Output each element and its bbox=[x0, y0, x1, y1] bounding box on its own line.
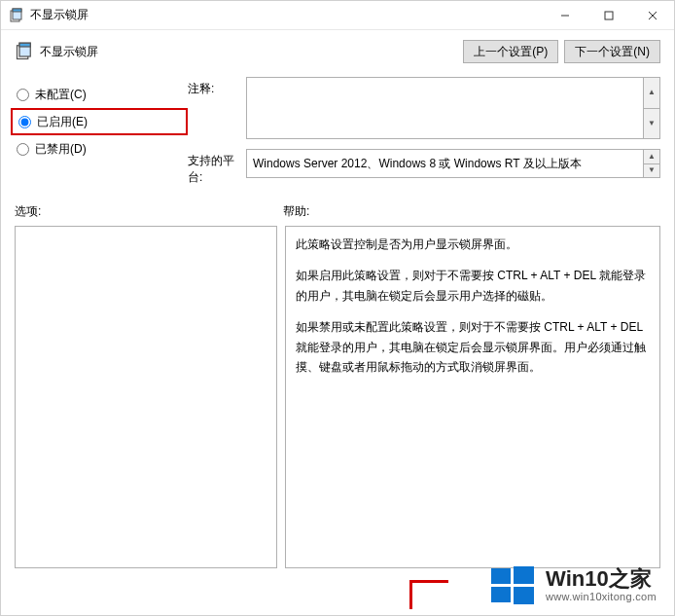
watermark-brand: Win10之家 bbox=[546, 567, 657, 591]
comment-spin-down[interactable]: ▼ bbox=[643, 108, 659, 139]
help-p2: 如果启用此策略设置，则对于不需要按 CTRL + ALT + DEL 就能登录的… bbox=[296, 266, 650, 306]
comment-spin: ▲ ▼ bbox=[643, 78, 659, 138]
options-label: 选项: bbox=[15, 203, 283, 220]
svg-rect-9 bbox=[19, 43, 30, 47]
window-title: 不显示锁屏 bbox=[30, 7, 89, 23]
comment-label: 注释: bbox=[188, 77, 246, 97]
radio-disabled-input[interactable] bbox=[17, 143, 29, 156]
radio-not-configured[interactable]: 未配置(C) bbox=[15, 81, 188, 108]
svg-rect-10 bbox=[491, 568, 511, 584]
state-radio-group: 未配置(C) 已启用(E) 已禁用(D) bbox=[15, 75, 188, 196]
radio-disabled-label: 已禁用(D) bbox=[35, 141, 87, 158]
comment-textarea[interactable]: ▲ ▼ bbox=[246, 77, 660, 139]
help-label: 帮助: bbox=[283, 203, 660, 220]
svg-rect-4 bbox=[605, 12, 613, 19]
options-panel[interactable] bbox=[15, 226, 277, 568]
radio-enabled-label: 已启用(E) bbox=[37, 114, 88, 130]
platform-spin-up[interactable]: ▲ bbox=[643, 150, 659, 163]
comment-spin-up[interactable]: ▲ bbox=[643, 78, 659, 108]
next-setting-button[interactable]: 下一个设置(N) bbox=[564, 40, 660, 63]
titlebar: 不显示锁屏 bbox=[1, 1, 674, 30]
policy-icon bbox=[15, 42, 34, 61]
windows-logo-icon bbox=[489, 564, 536, 605]
svg-rect-11 bbox=[514, 566, 534, 584]
page-title: 不显示锁屏 bbox=[40, 44, 98, 60]
radio-not-configured-input[interactable] bbox=[17, 89, 29, 101]
maximize-button[interactable] bbox=[586, 1, 630, 30]
highlight-fragment bbox=[409, 580, 448, 609]
svg-rect-12 bbox=[491, 587, 511, 602]
help-p3: 如果禁用或未配置此策略设置，则对于不需要按 CTRL + ALT + DEL 就… bbox=[296, 317, 650, 377]
watermark-url: www.win10xitong.com bbox=[546, 591, 657, 602]
svg-rect-13 bbox=[514, 587, 534, 604]
help-panel[interactable]: 此策略设置控制是否为用户显示锁屏界面。 如果启用此策略设置，则对于不需要按 CT… bbox=[285, 226, 660, 568]
policy-icon bbox=[9, 8, 24, 23]
help-p1: 此策略设置控制是否为用户显示锁屏界面。 bbox=[296, 235, 650, 254]
minimize-button[interactable] bbox=[543, 1, 586, 30]
radio-enabled[interactable]: 已启用(E) bbox=[11, 108, 188, 135]
header: 不显示锁屏 上一个设置(P) 下一个设置(N) bbox=[1, 30, 674, 75]
prev-setting-button[interactable]: 上一个设置(P) bbox=[463, 40, 558, 63]
close-button[interactable] bbox=[630, 1, 674, 30]
window-controls bbox=[543, 1, 674, 30]
radio-not-configured-label: 未配置(C) bbox=[35, 87, 87, 103]
platform-spin-down[interactable]: ▼ bbox=[643, 163, 659, 178]
radio-enabled-input[interactable] bbox=[18, 116, 31, 128]
platform-box: Windows Server 2012、Windows 8 或 Windows … bbox=[246, 149, 660, 178]
svg-rect-2 bbox=[13, 9, 21, 12]
watermark: Win10之家 www.win10xitong.com bbox=[489, 564, 657, 605]
platform-spin: ▲ ▼ bbox=[643, 150, 659, 177]
platform-value: Windows Server 2012、Windows 8 或 Windows … bbox=[253, 155, 582, 172]
platform-label: 支持的平台: bbox=[188, 149, 246, 186]
radio-disabled[interactable]: 已禁用(D) bbox=[15, 135, 188, 163]
